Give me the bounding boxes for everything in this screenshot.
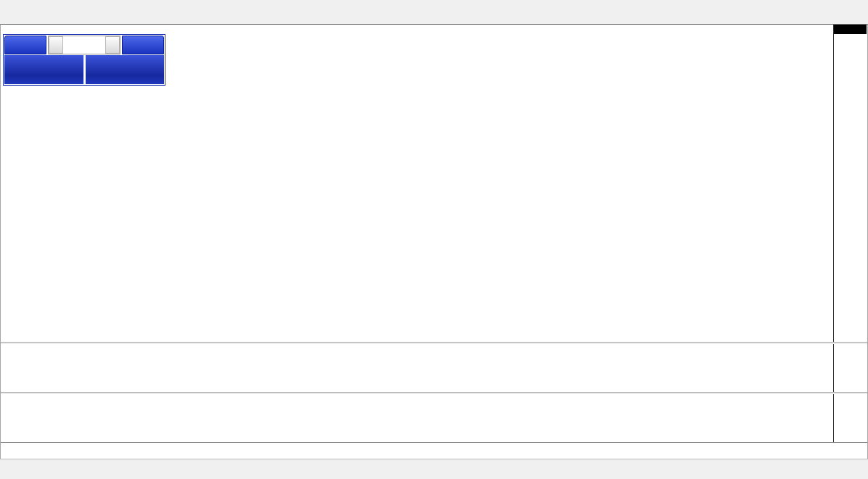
timeframe-toolbar [0,0,868,24]
price-axis [833,25,867,342]
chart-tab-bar [0,459,868,479]
volume-spinner [48,36,120,54]
macd-pane [1,394,867,442]
macd-axis [833,394,867,442]
volume-increase-button[interactable] [105,36,120,54]
sell-button[interactable] [4,36,46,54]
volume-decrease-button[interactable] [49,36,63,54]
rsi-pane [1,344,867,392]
rsi-canvas[interactable] [1,344,833,392]
macd-canvas[interactable] [1,394,833,442]
chart-window [0,24,868,459]
trading-terminal [0,0,868,479]
sell-quote-button[interactable] [4,55,83,84]
rsi-axis [833,344,867,392]
one-click-trading-panel [3,34,165,86]
volume-input[interactable] [63,36,105,54]
buy-button[interactable] [122,36,164,54]
date-axis [1,442,867,459]
current-price-label [834,25,867,34]
main-chart-pane [1,25,867,342]
buy-quote-button[interactable] [86,55,165,84]
